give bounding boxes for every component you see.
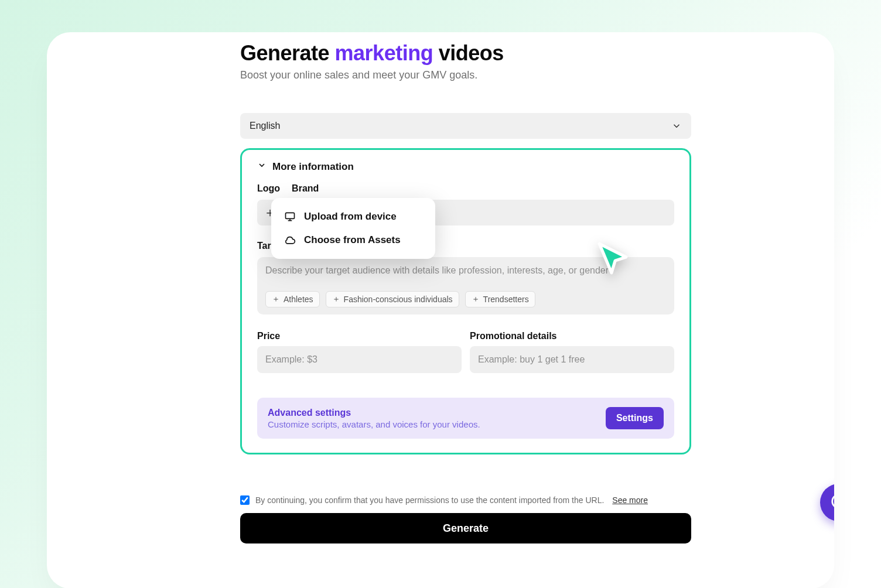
- price-label: Price: [257, 331, 462, 341]
- plus-icon: ＋: [332, 294, 340, 305]
- see-more-link[interactable]: See more: [612, 495, 648, 505]
- upload-from-device[interactable]: Upload from device: [271, 205, 435, 228]
- page-subtitle: Boost your online sales and meet your GM…: [240, 69, 691, 81]
- consent-row: By continuing, you confirm that you have…: [240, 495, 691, 505]
- app-card: Generate marketing videos Boost your onl…: [47, 32, 834, 588]
- more-info-panel: More information Logo Brand ＋: [240, 148, 691, 454]
- language-selected: English: [250, 121, 280, 131]
- chevron-down-icon: [257, 160, 267, 173]
- cloud-icon: [284, 234, 296, 246]
- audience-chip-trendsetters[interactable]: ＋Trendsetters: [465, 291, 535, 307]
- audience-chip-fashion[interactable]: ＋Fashion-conscious individuals: [326, 291, 459, 307]
- chevron-down-icon: [671, 121, 682, 131]
- advanced-subtitle: Customize scripts, avatars, and voices f…: [268, 419, 480, 429]
- consent-text: By continuing, you confirm that you have…: [255, 495, 604, 505]
- plus-icon: ＋: [472, 294, 480, 305]
- cursor-pointer-icon: [595, 240, 631, 279]
- audience-chip-athletes[interactable]: ＋Athletes: [265, 291, 320, 307]
- promo-input[interactable]: [470, 346, 674, 373]
- logo-upload-menu: Upload from device Choose from Assets: [271, 198, 435, 259]
- logo-label: Logo: [257, 183, 280, 194]
- generate-button[interactable]: Generate: [240, 513, 691, 543]
- settings-button[interactable]: Settings: [606, 407, 664, 429]
- svg-rect-0: [286, 213, 295, 218]
- advanced-settings-banner: Advanced settings Customize scripts, ava…: [257, 398, 674, 439]
- plus-icon: ＋: [272, 294, 280, 305]
- consent-checkbox[interactable]: [240, 495, 250, 505]
- price-input[interactable]: [257, 346, 462, 373]
- language-select[interactable]: English: [240, 113, 691, 139]
- page-title: Generate marketing videos: [240, 41, 691, 66]
- svg-point-3: [832, 495, 834, 508]
- more-info-toggle[interactable]: More information: [257, 160, 674, 173]
- help-icon: [830, 493, 834, 512]
- promo-label: Promotional details: [470, 331, 674, 341]
- choose-from-assets[interactable]: Choose from Assets: [271, 228, 435, 252]
- advanced-title: Advanced settings: [268, 408, 480, 418]
- brand-label: Brand: [292, 183, 319, 194]
- help-button[interactable]: [820, 484, 834, 521]
- monitor-icon: [284, 211, 296, 223]
